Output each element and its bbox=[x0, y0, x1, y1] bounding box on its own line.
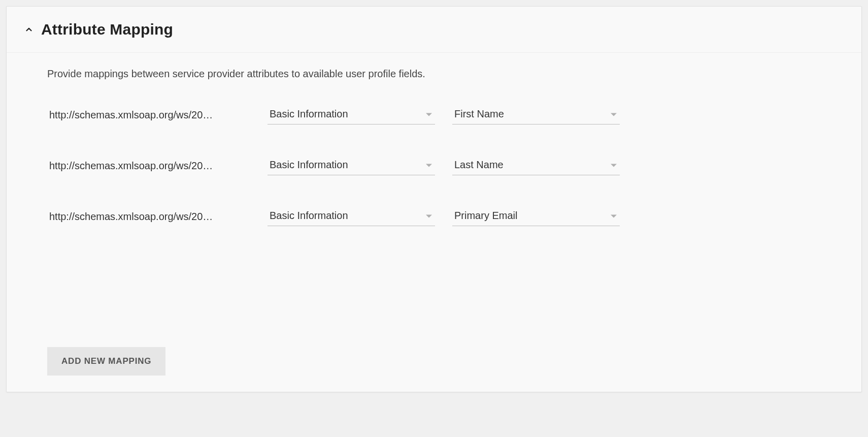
caret-down-icon bbox=[426, 214, 432, 217]
group-select-value: Basic Information bbox=[270, 210, 348, 222]
field-select-value: First Name bbox=[454, 108, 504, 120]
add-new-mapping-button[interactable]: ADD NEW MAPPING bbox=[47, 347, 165, 376]
caret-down-icon bbox=[426, 113, 432, 116]
chevron-up-icon bbox=[24, 24, 34, 35]
group-select[interactable]: Basic Information bbox=[268, 105, 435, 124]
attribute-url: http://schemas.xmlsoap.org/ws/20… bbox=[47, 109, 250, 121]
group-select-value: Basic Information bbox=[270, 108, 348, 120]
field-select-value: Last Name bbox=[454, 159, 504, 171]
attribute-url: http://schemas.xmlsoap.org/ws/20… bbox=[47, 211, 250, 223]
caret-down-icon bbox=[611, 214, 617, 217]
mapping-row: http://schemas.xmlsoap.org/ws/20… Basic … bbox=[47, 105, 821, 124]
panel-header[interactable]: Attribute Mapping bbox=[7, 7, 861, 53]
group-select[interactable]: Basic Information bbox=[268, 156, 435, 175]
panel-body: Provide mappings between service provide… bbox=[7, 53, 861, 278]
field-select-value: Primary Email bbox=[454, 210, 517, 222]
attribute-url: http://schemas.xmlsoap.org/ws/20… bbox=[47, 160, 250, 172]
caret-down-icon bbox=[611, 164, 617, 167]
field-select[interactable]: Primary Email bbox=[452, 207, 620, 226]
group-select[interactable]: Basic Information bbox=[268, 207, 435, 226]
field-select[interactable]: Last Name bbox=[452, 156, 620, 175]
field-select[interactable]: First Name bbox=[452, 105, 620, 124]
mapping-row: http://schemas.xmlsoap.org/ws/20… Basic … bbox=[47, 156, 821, 175]
group-select-value: Basic Information bbox=[270, 159, 348, 171]
panel-title: Attribute Mapping bbox=[41, 21, 173, 38]
panel-description: Provide mappings between service provide… bbox=[47, 68, 821, 80]
mapping-row: http://schemas.xmlsoap.org/ws/20… Basic … bbox=[47, 207, 821, 226]
attribute-mapping-panel: Attribute Mapping Provide mappings betwe… bbox=[6, 6, 862, 392]
caret-down-icon bbox=[426, 164, 432, 167]
caret-down-icon bbox=[611, 113, 617, 116]
